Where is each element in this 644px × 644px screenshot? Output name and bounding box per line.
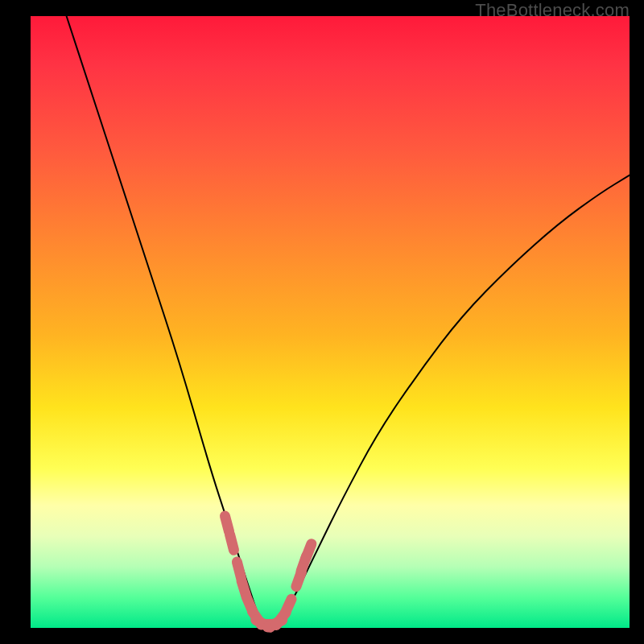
curve-marker <box>306 544 312 559</box>
chart-frame: TheBottleneck.com <box>0 0 644 644</box>
curve-marker <box>285 599 291 613</box>
curve-markers <box>225 516 312 627</box>
watermark-text: TheBottleneck.com <box>475 0 630 21</box>
curve-svg <box>31 16 630 628</box>
curve-marker <box>225 516 229 531</box>
plot-area <box>31 16 630 628</box>
curve-marker <box>230 535 234 550</box>
bottleneck-curve-path <box>67 16 630 625</box>
curve-marker <box>237 562 241 577</box>
